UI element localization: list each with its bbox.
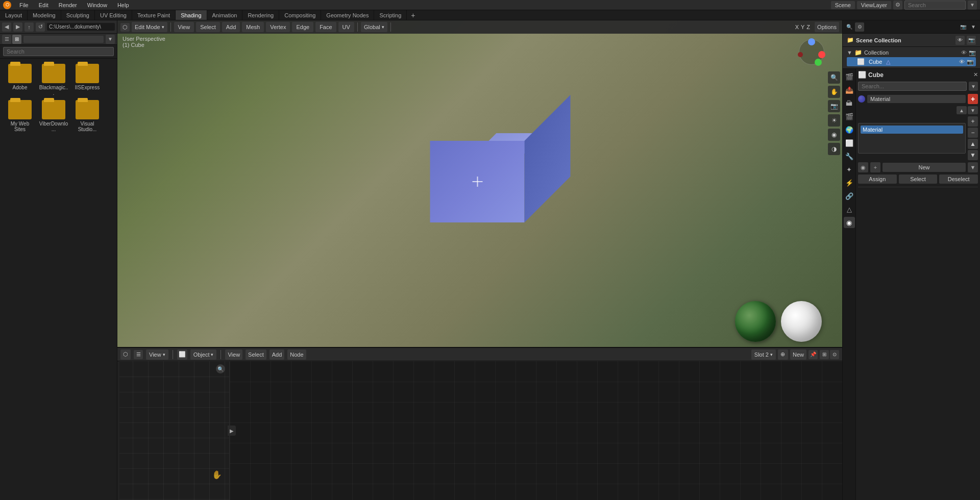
view-menu[interactable]: View bbox=[174, 22, 194, 32]
slot-up-button[interactable]: ▲ bbox=[968, 139, 978, 149]
tab-animation[interactable]: Animation bbox=[207, 10, 243, 20]
collection-eye-icon[interactable]: 👁 bbox=[961, 49, 967, 56]
tab-add[interactable]: + bbox=[407, 11, 419, 19]
axis-y-dot[interactable] bbox=[815, 59, 822, 66]
file-search-input[interactable] bbox=[3, 47, 114, 56]
node-search-icon[interactable]: 🔍 bbox=[216, 364, 225, 373]
viewport-3d[interactable]: ⬡ Edit Mode View Select Add Mesh Vertex … bbox=[117, 20, 842, 347]
material-select-button[interactable]: Select bbox=[899, 174, 938, 184]
blender-logo[interactable]: ⬡ bbox=[3, 1, 11, 9]
filter-btn[interactable]: ▼ bbox=[106, 35, 115, 44]
menu-render[interactable]: Render bbox=[57, 2, 79, 8]
tab-modeling[interactable]: Modeling bbox=[28, 10, 61, 20]
file-item[interactable]: Visual Studio... bbox=[72, 100, 102, 132]
eye-icon[interactable]: 👁 bbox=[955, 36, 965, 45]
material-assign-button[interactable]: Assign bbox=[858, 174, 897, 184]
node-view-btn[interactable]: View bbox=[146, 349, 168, 360]
rp-search-icon[interactable]: 🔍 bbox=[845, 22, 854, 32]
edge-menu[interactable]: Edge bbox=[292, 22, 313, 32]
rp-camera-icon[interactable]: 📷 bbox=[959, 22, 968, 32]
slot-down-button[interactable]: ▼ bbox=[968, 150, 978, 160]
tab-geometry-nodes[interactable]: Geometry Nodes bbox=[321, 10, 374, 20]
menu-help[interactable]: Help bbox=[115, 2, 131, 8]
node-editor-type[interactable]: ⬡ bbox=[120, 349, 131, 360]
tab-texture-paint[interactable]: Texture Paint bbox=[132, 10, 176, 20]
size-slider[interactable] bbox=[23, 36, 104, 43]
mat-scroll-down[interactable]: ▼ bbox=[968, 106, 978, 114]
prop-data-icon[interactable]: △ bbox=[844, 204, 855, 215]
prop-view-layer-icon[interactable]: 🏔 bbox=[844, 97, 855, 109]
uv-menu[interactable]: UV bbox=[338, 22, 354, 32]
nav-refresh[interactable]: ↺ bbox=[36, 22, 45, 32]
tab-sculpting[interactable]: Sculpting bbox=[61, 10, 95, 20]
mat-scroll-up[interactable]: ▲ bbox=[957, 106, 967, 114]
props-filter-icon[interactable]: ▼ bbox=[969, 82, 978, 91]
node-object-btn[interactable]: Object bbox=[190, 349, 217, 360]
3d-cube-container[interactable] bbox=[430, 133, 530, 225]
cube-eye-icon[interactable]: 👁 bbox=[959, 59, 965, 65]
node-new-btn[interactable]: New bbox=[790, 349, 806, 360]
collection-row[interactable]: ▼ 📁 Collection 👁 📷 bbox=[847, 49, 976, 56]
node-object-icon[interactable]: ⬜ bbox=[177, 349, 187, 360]
material-new-button[interactable]: New bbox=[883, 163, 966, 172]
node-view-icon[interactable]: ☰ bbox=[134, 350, 143, 359]
expand-left-arrow[interactable]: ▶ bbox=[228, 426, 236, 436]
node-overlay-icon[interactable]: ⊙ bbox=[830, 350, 839, 359]
prop-output-icon[interactable]: 📤 bbox=[844, 84, 855, 95]
grid-view-btn[interactable]: ⊞ bbox=[12, 35, 21, 44]
axis-x-dot[interactable] bbox=[818, 51, 825, 58]
cube-camera-icon[interactable]: 📷 bbox=[967, 59, 974, 65]
shading-icon[interactable]: ◑ bbox=[828, 143, 840, 155]
prop-modifier-icon[interactable]: 🔧 bbox=[844, 151, 855, 162]
collection-expand-icon[interactable]: ▼ bbox=[847, 49, 852, 56]
object-settings-icon[interactable]: ✕ bbox=[973, 71, 978, 78]
slot-add-button[interactable]: + bbox=[968, 116, 978, 127]
scene-selector[interactable]: Scene bbox=[831, 1, 855, 9]
prop-physics-icon[interactable]: ⚡ bbox=[844, 177, 855, 188]
material-browse-icon[interactable]: ◉ bbox=[858, 162, 868, 172]
prop-scene-icon[interactable]: 🎬 bbox=[844, 111, 855, 122]
mesh-menu[interactable]: Mesh bbox=[242, 22, 264, 32]
engine-icon[interactable]: ⚙ bbox=[893, 1, 902, 10]
node-add-menu[interactable]: Add bbox=[270, 349, 285, 360]
prop-object-icon[interactable]: ⬜ bbox=[844, 137, 855, 148]
prop-material-icon[interactable]: ◉ bbox=[844, 217, 855, 228]
white-sphere[interactable] bbox=[781, 301, 822, 342]
tab-scripting[interactable]: Scripting bbox=[374, 10, 407, 20]
tab-uv-editing[interactable]: UV Editing bbox=[95, 10, 132, 20]
tab-shading[interactable]: Shading bbox=[176, 10, 207, 20]
rp-settings-icon[interactable]: ⚙ bbox=[855, 22, 864, 32]
mode-selector[interactable]: Edit Mode bbox=[132, 22, 167, 32]
select-menu[interactable]: Select bbox=[196, 22, 220, 32]
file-item[interactable]: My Web Sites bbox=[5, 100, 35, 132]
tab-rendering[interactable]: Rendering bbox=[242, 10, 279, 20]
material-slot-item[interactable]: Material bbox=[861, 126, 963, 134]
tab-compositing[interactable]: Compositing bbox=[279, 10, 321, 20]
cube-collection-row[interactable]: ⬜ Cube △ 👁 📷 bbox=[847, 57, 976, 66]
menu-window[interactable]: Window bbox=[85, 2, 109, 8]
sun-icon[interactable]: ☀ bbox=[828, 114, 840, 127]
vertex-menu[interactable]: Vertex bbox=[266, 22, 290, 32]
list-view-btn[interactable]: ☰ bbox=[2, 35, 11, 44]
menu-file[interactable]: File bbox=[17, 2, 31, 8]
options-btn[interactable]: Options bbox=[815, 22, 839, 32]
material-add-button[interactable]: + bbox=[968, 94, 978, 104]
nav-up[interactable]: ↑ bbox=[24, 22, 34, 32]
file-item[interactable]: IISExpress bbox=[72, 64, 102, 96]
nav-forward[interactable]: ▶ bbox=[13, 22, 22, 32]
transform-options[interactable]: X Y Z bbox=[795, 24, 813, 30]
slot-remove-button[interactable]: − bbox=[968, 128, 978, 138]
rp-filter-icon[interactable]: ▼ bbox=[969, 22, 978, 32]
material-filter-icon[interactable]: ▼ bbox=[968, 162, 978, 172]
collection-camera-icon[interactable]: 📷 bbox=[969, 49, 976, 56]
node-snap-icon[interactable]: ⊞ bbox=[820, 350, 829, 359]
prop-constraints-icon[interactable]: 🔗 bbox=[844, 190, 855, 202]
filter-icon[interactable]: ▼ bbox=[968, 1, 977, 10]
file-item[interactable]: ViberDownlo... bbox=[39, 100, 68, 132]
axis-x-neg-dot[interactable] bbox=[798, 52, 803, 57]
node-pin-icon[interactable]: 📌 bbox=[808, 350, 818, 359]
view-layer-selector[interactable]: ViewLayer bbox=[857, 1, 891, 9]
zoom-icon[interactable]: 🔍 bbox=[828, 71, 840, 84]
node-view-menu[interactable]: View bbox=[225, 349, 242, 360]
add-menu[interactable]: Add bbox=[222, 22, 240, 32]
